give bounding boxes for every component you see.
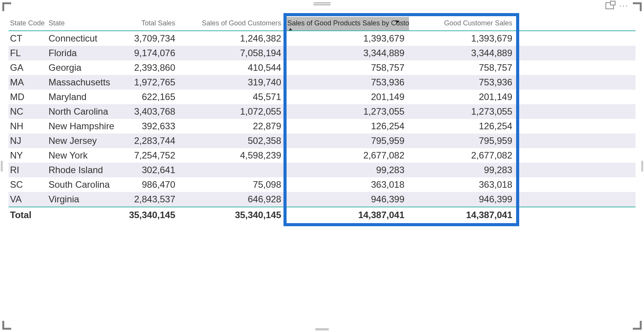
cell-state: New York bbox=[47, 148, 122, 163]
cell-total-sales: 302,641 bbox=[122, 163, 180, 177]
cell-good-customer-sales: 946,399 bbox=[409, 192, 517, 207]
cell-total-sales: 7,254,752 bbox=[122, 148, 180, 163]
cell-good-customer-sales: 753,936 bbox=[409, 75, 517, 90]
cell-state-code: RI bbox=[8, 163, 47, 177]
cell-sales-good-products: 795,959 bbox=[286, 133, 409, 148]
cell-sales-good-products: 363,018 bbox=[286, 177, 409, 192]
cell-total-sales: 3,709,734 bbox=[122, 31, 180, 46]
table-row[interactable]: FLFlorida9,174,0767,058,1943,344,8893,34… bbox=[8, 46, 636, 60]
cell-total-sales: 2,843,537 bbox=[122, 192, 180, 207]
cell-sales-good-customers: 1,072,055 bbox=[180, 104, 286, 119]
table-row[interactable]: SCSouth Carolina986,47075,098363,018363,… bbox=[8, 177, 636, 192]
header-good-customer-sales[interactable]: Good Customer Sales bbox=[409, 17, 517, 31]
cell-sales-good-customers: 646,928 bbox=[180, 192, 286, 207]
cell-state: Georgia bbox=[47, 60, 122, 75]
total-total-sales: 35,340,145 bbox=[122, 207, 180, 222]
cell-sales-good-customers: 410,544 bbox=[180, 60, 286, 75]
header-state-code[interactable]: State Code bbox=[8, 17, 47, 31]
cell-good-customer-sales: 1,393,679 bbox=[409, 31, 517, 46]
cell-state: New Jersey bbox=[47, 133, 122, 148]
cell-state-code: MA bbox=[8, 75, 47, 90]
table-row[interactable]: GAGeorgia2,393,860410,544758,757758,757 bbox=[8, 60, 636, 75]
cell-state: North Carolina bbox=[47, 104, 122, 119]
sales-table: State Code State Total Sales Sales of Go… bbox=[8, 17, 636, 222]
cell-state-code: SC bbox=[8, 177, 47, 192]
table-row[interactable]: MDMaryland622,16545,571201,149201,149 bbox=[8, 90, 636, 104]
header-state[interactable]: State bbox=[47, 17, 122, 31]
total-label: Total bbox=[8, 207, 47, 222]
cell-sales-good-customers: 1,246,382 bbox=[180, 31, 286, 46]
table-row[interactable]: NCNorth Carolina3,403,7681,072,0551,273,… bbox=[8, 104, 636, 119]
cell-state-code: MD bbox=[8, 90, 47, 104]
cell-good-customer-sales: 201,149 bbox=[409, 90, 517, 104]
report-canvas: ··· State Code State Total Sales Sales o… bbox=[0, 0, 644, 332]
cell-sales-good-customers: 319,740 bbox=[180, 75, 286, 90]
cell-sales-good-customers: 4,598,239 bbox=[180, 148, 286, 163]
resize-handle-top-right[interactable] bbox=[633, 2, 642, 11]
cell-sales-good-customers: 45,571 bbox=[180, 90, 286, 104]
header-total-sales[interactable]: Total Sales bbox=[122, 17, 180, 31]
cell-total-sales: 392,633 bbox=[122, 119, 180, 133]
cell-state: South Carolina bbox=[47, 177, 122, 192]
cell-state: Florida bbox=[47, 46, 122, 60]
sort-ascending-icon bbox=[288, 28, 293, 31]
cell-sales-good-products: 1,273,055 bbox=[286, 104, 409, 119]
table-row[interactable]: NHNew Hampshire392,63322,879126,254126,2… bbox=[8, 119, 636, 133]
resize-handle-bottom[interactable] bbox=[315, 328, 329, 330]
resize-handle-top-left[interactable] bbox=[2, 2, 11, 11]
cell-state-code: FL bbox=[8, 46, 47, 60]
table-row[interactable]: RIRhode Island302,64199,28399,283 bbox=[8, 163, 636, 177]
total-sales-good-products: 14,387,041 bbox=[286, 207, 409, 222]
cell-sales-good-products: 201,149 bbox=[286, 90, 409, 104]
cell-sales-good-products: 126,254 bbox=[286, 119, 409, 133]
table-row[interactable]: NYNew York7,254,7524,598,2392,677,0822,6… bbox=[8, 148, 636, 163]
cell-sales-good-products: 99,283 bbox=[286, 163, 409, 177]
cell-sales-good-products: 946,399 bbox=[286, 192, 409, 207]
drag-handle-top[interactable] bbox=[314, 2, 330, 6]
cell-sales-good-customers: 75,098 bbox=[180, 177, 286, 192]
cell-state: Virginia bbox=[47, 192, 122, 207]
cell-state: Massachusetts bbox=[47, 75, 122, 90]
cell-total-sales: 1,972,765 bbox=[122, 75, 180, 90]
cell-good-customer-sales: 795,959 bbox=[409, 133, 517, 148]
cell-good-customer-sales: 99,283 bbox=[409, 163, 517, 177]
cell-sales-good-customers bbox=[180, 163, 286, 177]
resize-handle-right[interactable] bbox=[641, 161, 643, 172]
cell-state: Rhode Island bbox=[47, 163, 122, 177]
cell-total-sales: 3,403,768 bbox=[122, 104, 180, 119]
cell-total-sales: 622,165 bbox=[122, 90, 180, 104]
cell-total-sales: 9,174,076 bbox=[122, 46, 180, 60]
resize-handle-bottom-left[interactable] bbox=[2, 321, 11, 330]
header-sales-good-customers[interactable]: Sales of Good Customers bbox=[180, 17, 286, 31]
cell-state-code: CT bbox=[8, 31, 47, 46]
cell-state-code: VA bbox=[8, 192, 47, 207]
table-visual[interactable]: State Code State Total Sales Sales of Go… bbox=[8, 17, 636, 222]
resize-handle-bottom-right[interactable] bbox=[633, 321, 642, 330]
cell-sales-good-customers: 502,358 bbox=[180, 133, 286, 148]
cell-sales-good-products: 2,677,082 bbox=[286, 148, 409, 163]
table-row[interactable]: MAMassachusetts1,972,765319,740753,93675… bbox=[8, 75, 636, 90]
focus-mode-icon[interactable] bbox=[605, 2, 614, 9]
cell-sales-good-products: 758,757 bbox=[286, 60, 409, 75]
table-row[interactable]: VAVirginia2,843,537646,928946,399946,399 bbox=[8, 192, 636, 207]
cell-sales-good-products: 3,344,889 bbox=[286, 46, 409, 60]
table-row[interactable]: NJNew Jersey2,283,744502,358795,959795,9… bbox=[8, 133, 636, 148]
total-sales-good-customers: 35,340,145 bbox=[180, 207, 286, 222]
total-row: Total 35,340,145 35,340,145 14,387,041 1… bbox=[8, 207, 636, 222]
cell-good-customer-sales: 1,273,055 bbox=[409, 104, 517, 119]
table-row[interactable]: CTConnecticut3,709,7341,246,3821,393,679… bbox=[8, 31, 636, 46]
header-sales-good-products-by-customer[interactable]: Sales of Good Products Sales by Customer… bbox=[286, 17, 409, 31]
cell-state: Connecticut bbox=[47, 31, 122, 46]
cell-sales-good-customers: 7,058,194 bbox=[180, 46, 286, 60]
cell-good-customer-sales: 758,757 bbox=[409, 60, 517, 75]
cell-state-code: NC bbox=[8, 104, 47, 119]
cell-good-customer-sales: 3,344,889 bbox=[409, 46, 517, 60]
header-label: Sales of Good Products Sales by Customer bbox=[287, 19, 409, 27]
cell-state-code: NH bbox=[8, 119, 47, 133]
table-body: CTConnecticut3,709,7341,246,3821,393,679… bbox=[8, 31, 636, 207]
cell-state-code: NY bbox=[8, 148, 47, 163]
cell-total-sales: 2,393,860 bbox=[122, 60, 180, 75]
total-good-customer-sales: 14,387,041 bbox=[409, 207, 517, 222]
resize-handle-left[interactable] bbox=[1, 161, 3, 172]
cell-state-code: NJ bbox=[8, 133, 47, 148]
